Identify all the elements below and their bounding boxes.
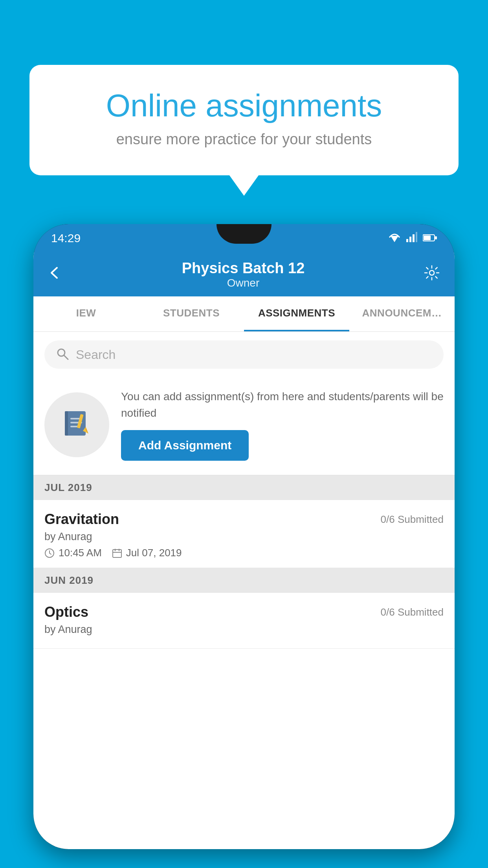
add-assignment-promo: You can add assignment(s) from here and … bbox=[33, 377, 455, 475]
phone-wrapper: 14:29 bbox=[33, 224, 455, 868]
svg-marker-0 bbox=[391, 236, 398, 242]
promo-icon-circle bbox=[44, 392, 109, 457]
assignment-top-gravitation: Gravitation 0/6 Submitted bbox=[44, 511, 444, 528]
assignment-submitted-gravitation: 0/6 Submitted bbox=[381, 513, 444, 526]
wifi-icon bbox=[388, 232, 401, 245]
assignment-submitted-optics: 0/6 Submitted bbox=[381, 606, 444, 618]
assignment-time-gravitation: 10:45 AM bbox=[44, 547, 102, 559]
tab-announcements[interactable]: ANNOUNCEM… bbox=[349, 296, 455, 331]
battery-icon bbox=[423, 232, 437, 245]
status-time: 14:29 bbox=[51, 232, 81, 245]
search-input-wrapper[interactable]: Search bbox=[44, 340, 444, 369]
svg-line-10 bbox=[64, 355, 68, 359]
search-placeholder: Search bbox=[76, 348, 116, 362]
tab-students[interactable]: STUDENTS bbox=[139, 296, 244, 331]
assignment-top-optics: Optics 0/6 Submitted bbox=[44, 604, 444, 620]
header-title: Physics Batch 12 bbox=[182, 260, 305, 277]
assignment-name-optics: Optics bbox=[44, 604, 88, 620]
bubble-subtitle: ensure more practice for your students bbox=[57, 131, 431, 148]
status-icons bbox=[388, 232, 437, 245]
header-subtitle: Owner bbox=[182, 277, 305, 289]
assignment-by-optics: by Anurag bbox=[44, 623, 444, 636]
assignment-meta-gravitation: 10:45 AM Jul 07, 2019 bbox=[44, 547, 444, 559]
header-center: Physics Batch 12 Owner bbox=[182, 260, 305, 289]
month-label-jul: JUL 2019 bbox=[44, 482, 92, 493]
svg-rect-2 bbox=[409, 237, 411, 242]
assignment-item-gravitation[interactable]: Gravitation 0/6 Submitted by Anurag 10:4… bbox=[33, 500, 455, 568]
tab-iew[interactable]: IEW bbox=[33, 296, 139, 331]
app-header: Physics Batch 12 Owner bbox=[33, 252, 455, 296]
assignment-item-optics[interactable]: Optics 0/6 Submitted by Anurag bbox=[33, 593, 455, 649]
svg-rect-20 bbox=[113, 550, 121, 557]
bubble-title: Online assignments bbox=[57, 88, 431, 123]
svg-rect-6 bbox=[424, 235, 431, 240]
svg-rect-15 bbox=[70, 426, 78, 427]
phone-frame: 14:29 bbox=[33, 224, 455, 849]
phone-screen: Physics Batch 12 Owner IEW STUDENTS bbox=[33, 252, 455, 849]
svg-point-8 bbox=[429, 270, 434, 275]
search-icon bbox=[56, 348, 69, 362]
promo-text: You can add assignment(s) from here and … bbox=[121, 388, 444, 421]
assignment-name-gravitation: Gravitation bbox=[44, 511, 119, 528]
back-button[interactable] bbox=[48, 266, 62, 283]
svg-rect-4 bbox=[416, 232, 417, 242]
month-header-jul: JUL 2019 bbox=[33, 475, 455, 500]
promo-right: You can add assignment(s) from here and … bbox=[121, 388, 444, 461]
search-bar: Search bbox=[33, 332, 455, 377]
signal-icon bbox=[406, 232, 417, 245]
tabs-bar: IEW STUDENTS ASSIGNMENTS ANNOUNCEM… bbox=[33, 296, 455, 332]
month-header-jun: JUN 2019 bbox=[33, 568, 455, 593]
svg-rect-7 bbox=[435, 236, 437, 239]
svg-rect-3 bbox=[413, 234, 415, 242]
settings-icon[interactable] bbox=[424, 265, 440, 284]
tab-assignments[interactable]: ASSIGNMENTS bbox=[244, 296, 349, 331]
assignment-date-gravitation: Jul 07, 2019 bbox=[112, 547, 182, 559]
add-assignment-button[interactable]: Add Assignment bbox=[121, 430, 249, 461]
speech-bubble: Online assignments ensure more practice … bbox=[29, 65, 459, 175]
svg-rect-1 bbox=[406, 239, 408, 242]
month-label-jun: JUN 2019 bbox=[44, 574, 94, 586]
assignment-by-gravitation: by Anurag bbox=[44, 531, 444, 543]
svg-rect-12 bbox=[65, 411, 68, 436]
